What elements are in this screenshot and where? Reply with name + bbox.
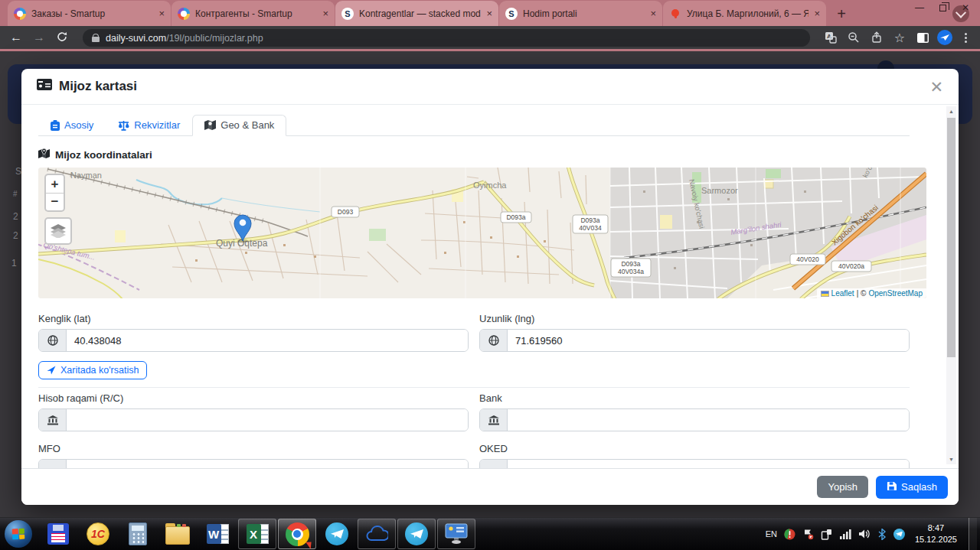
back-icon[interactable]: ←	[6, 31, 26, 44]
account-input[interactable]	[67, 409, 468, 431]
section-title: Mijoz koordinatalari	[55, 149, 152, 161]
modal-header: Mijoz kartasi ✕	[21, 69, 959, 105]
network-signal-icon[interactable]	[839, 529, 851, 539]
browser-tab-4[interactable]: S Hodim portali ×	[499, 1, 662, 26]
language-indicator[interactable]: EN	[766, 529, 777, 539]
forward-icon[interactable]: →	[29, 31, 49, 44]
modal-close-icon[interactable]: ✕	[929, 79, 943, 95]
bank-input[interactable]	[508, 409, 909, 431]
ukraine-flag-icon	[821, 291, 829, 297]
background-fragment: S	[15, 166, 21, 177]
scroll-up-icon[interactable]: ▲	[946, 106, 956, 116]
modal-title-wrap: Mijoz kartasi	[37, 79, 137, 94]
mfo-input[interactable]	[67, 460, 468, 468]
globe-icon	[39, 330, 67, 351]
bluetooth-icon[interactable]	[877, 529, 887, 540]
smartup-favicon	[14, 8, 26, 20]
yopish-button[interactable]: Yopish	[817, 476, 868, 498]
taskbar-display-settings-icon[interactable]	[437, 519, 475, 549]
removable-device-icon[interactable]	[821, 529, 832, 540]
windows-logo-icon	[12, 529, 25, 540]
page-background: S # 2 2 1 Mijoz kartasi ✕	[0, 51, 980, 517]
reload-icon[interactable]	[52, 31, 72, 44]
tab-close-icon[interactable]: ×	[322, 8, 328, 18]
menu-kebab-icon[interactable]	[959, 33, 972, 43]
map-canvas: Nayman Oyimcha Sarmozor Quyi Oqtepa Qo's…	[38, 168, 926, 298]
field-lng: Uzunlik (lng)	[479, 313, 910, 352]
modal-title: Mijoz kartasi	[59, 79, 137, 94]
site-favicon: S	[505, 8, 518, 20]
tab-title: Kontragentlar — stacked moda	[359, 8, 481, 19]
close-window-button[interactable]: ✕	[954, 0, 977, 15]
antivirus-alert-icon[interactable]	[784, 529, 795, 540]
lat-input[interactable]	[67, 330, 468, 351]
tab-rekvizitlar[interactable]: Rekvizitlar	[106, 115, 192, 136]
leaflet-map[interactable]: Nayman Oyimcha Sarmozor Quyi Oqtepa Qo's…	[38, 168, 926, 298]
show-on-map-button[interactable]: Xaritada ko'rsatish	[38, 361, 147, 379]
modal-scrollbar[interactable]: ▲ ▼	[946, 106, 956, 464]
taskbar-save-app-icon[interactable]	[39, 519, 77, 549]
openstreetmap-link[interactable]: OpenStreetMap	[868, 289, 923, 298]
taskbar-clock[interactable]: 8:47 15.12.2025	[915, 522, 957, 545]
show-desktop-button[interactable]	[969, 518, 977, 550]
taskbar-excel-icon[interactable]: X	[238, 519, 276, 549]
action-center-flag-icon[interactable]	[802, 529, 814, 540]
profile-avatar[interactable]	[937, 30, 952, 45]
browser-tab-5[interactable]: Улица Б. Маргилоний, 6 — Ян ×	[663, 1, 826, 26]
tab-close-icon[interactable]: ×	[486, 8, 492, 18]
field-mfo: MFO	[38, 443, 469, 468]
taskbar-cloud-app-icon[interactable]	[358, 519, 396, 549]
road-badge-d093: D093	[338, 208, 354, 216]
translate-icon[interactable]: A	[821, 29, 841, 46]
zoom-in-button[interactable]: +	[46, 175, 64, 193]
browser-tab-2[interactable]: Контрагенты - Smartup ×	[172, 1, 335, 26]
address-bar[interactable]: daily-suvi.com/19l/public/mijozlar.php	[83, 29, 810, 47]
screen: Заказы - Smartup × Контрагенты - Smartup…	[0, 0, 980, 550]
side-panel-icon[interactable]	[913, 29, 933, 46]
taskbar-explorer-icon[interactable]	[158, 519, 197, 549]
bookmark-star-icon[interactable]: ☆	[890, 29, 910, 46]
background-fragment: #	[13, 190, 18, 198]
background-fragment: 1	[11, 258, 17, 268]
tab-close-icon[interactable]: ×	[158, 8, 165, 18]
id-card-icon	[37, 79, 52, 94]
oked-input[interactable]	[508, 460, 909, 468]
taskbar-1c-icon[interactable]: 1C	[79, 519, 117, 549]
taskbar-telegram2-icon[interactable]	[397, 519, 436, 549]
new-tab-button[interactable]: +	[831, 3, 852, 24]
tab-close-icon[interactable]: ×	[814, 8, 820, 18]
zoom-out-button[interactable]: −	[46, 193, 64, 210]
tray-telegram-icon[interactable]	[893, 529, 905, 540]
browser-toolbar: ← → daily-suvi.com/19l/public/mijozlar.p…	[0, 26, 980, 49]
lng-input[interactable]	[508, 330, 909, 351]
scrollbar-thumb[interactable]	[947, 118, 956, 357]
browser-tab-1[interactable]: Заказы - Smartup ×	[8, 1, 171, 26]
share-icon[interactable]	[867, 29, 887, 46]
tab-title: Контрагенты - Smartup	[195, 8, 317, 19]
road-badge-40v020a: 40V020a	[838, 262, 864, 270]
restore-button[interactable]	[931, 0, 954, 15]
map-attribution: Leaflet | © OpenStreetMap	[817, 288, 926, 298]
tab-close-icon[interactable]: ×	[650, 8, 656, 18]
taskbar-telegram-icon[interactable]	[318, 519, 356, 549]
url-path: /19l/public/mijozlar.php	[166, 33, 263, 44]
start-button[interactable]	[5, 520, 32, 548]
map-layers-button[interactable]	[44, 217, 72, 245]
road-badge-d093a-40v034a-line2: 40V034a	[618, 268, 644, 275]
taskbar-calculator-icon[interactable]	[119, 519, 157, 549]
bank-icon	[480, 409, 508, 431]
taskbar-chrome-icon[interactable]	[278, 519, 316, 549]
road-badge-d093a-40v034a-line1: D093a	[621, 260, 640, 268]
speaker-icon[interactable]	[858, 529, 871, 539]
browser-tab-3-active[interactable]: S Kontragentlar — stacked moda ×	[335, 1, 498, 26]
leaflet-link[interactable]: Leaflet	[831, 289, 854, 298]
background-fragment: 2	[13, 230, 18, 241]
tab-asosiy[interactable]: Asosiy	[38, 115, 106, 136]
zoom-icon[interactable]	[844, 29, 864, 46]
taskbar-word-icon[interactable]: W	[198, 519, 237, 549]
tab-title: Улица Б. Маргилоний, 6 — Ян	[687, 8, 808, 19]
saqlash-button[interactable]: Saqlash	[876, 476, 948, 499]
tab-geo-bank[interactable]: Geo & Bank	[192, 115, 286, 136]
scroll-down-icon[interactable]: ▼	[946, 454, 956, 464]
minimize-button[interactable]: —	[908, 0, 931, 15]
